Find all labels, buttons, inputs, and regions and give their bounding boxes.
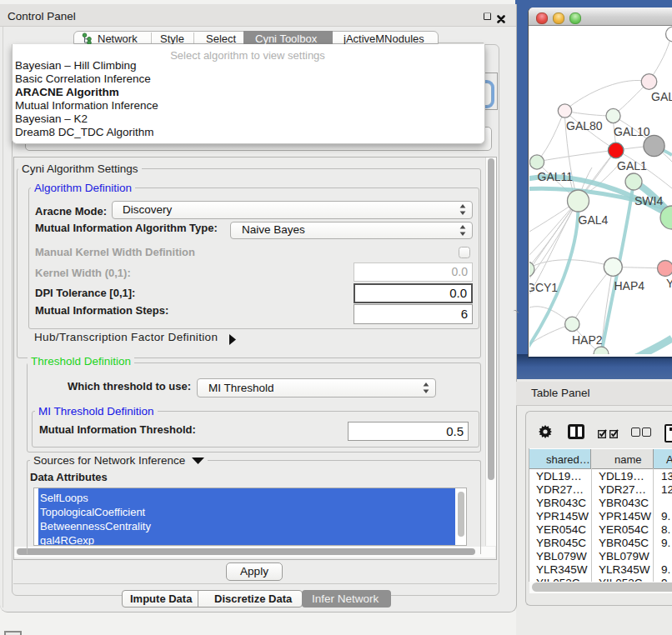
svg-text:GAL11: GAL11 bbox=[538, 170, 574, 183]
svg-text:HAP4: HAP4 bbox=[614, 279, 645, 292]
svg-text:GCY1: GCY1 bbox=[529, 281, 558, 294]
svg-text:SWI4: SWI4 bbox=[634, 194, 663, 208]
svg-text:GAL1: GAL1 bbox=[617, 159, 647, 172]
svg-text:GAL80: GAL80 bbox=[566, 119, 603, 132]
svg-text:GAL4: GAL4 bbox=[579, 213, 609, 227]
svg-text:GAL10: GAL10 bbox=[614, 125, 650, 138]
svg-text:GAL2: GAL2 bbox=[651, 90, 672, 103]
svg-text:HAP2: HAP2 bbox=[572, 333, 603, 347]
svg-text:Y: Y bbox=[666, 277, 672, 290]
